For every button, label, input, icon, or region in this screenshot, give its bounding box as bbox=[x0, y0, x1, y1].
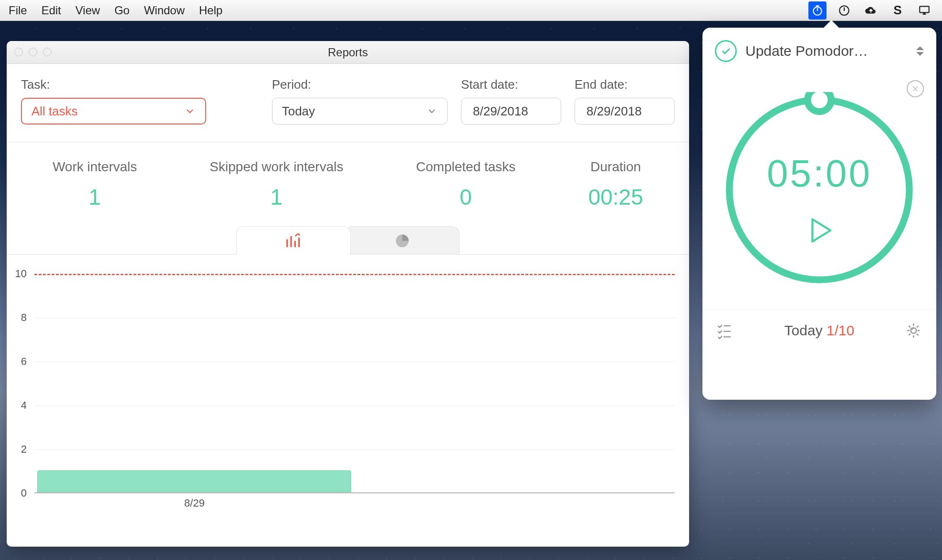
timer-popover: Update Pomodor… 05:00 Today 1/10 bbox=[702, 28, 936, 400]
reports-window: Reports Task: All tasks Period: Today St… bbox=[7, 41, 689, 547]
period-select-value: Today bbox=[282, 104, 315, 119]
stat-work-intervals: Work intervals 1 bbox=[52, 159, 137, 210]
menu-help[interactable]: Help bbox=[199, 4, 222, 17]
timer-area: 05:00 bbox=[702, 71, 936, 309]
stat-label: Completed tasks bbox=[416, 159, 516, 175]
chevron-down-icon bbox=[184, 105, 196, 117]
menu-window[interactable]: Window bbox=[144, 4, 185, 17]
stat-label: Duration bbox=[590, 159, 641, 175]
end-date-value: 8/29/2018 bbox=[586, 104, 642, 119]
titlebar: Reports bbox=[7, 41, 689, 64]
bar-chart: 0246810 8/29 bbox=[11, 274, 680, 512]
chart-tabs bbox=[7, 221, 689, 255]
stat-duration: Duration 00:25 bbox=[588, 159, 643, 210]
start-date-label: Start date: bbox=[461, 77, 561, 92]
svg-rect-2 bbox=[920, 6, 929, 12]
start-date-value: 8/29/2018 bbox=[473, 104, 528, 119]
window-title: Reports bbox=[328, 46, 368, 59]
bar-chart-tab[interactable] bbox=[236, 226, 351, 255]
x-tick-label: 8/29 bbox=[184, 497, 205, 509]
menu-edit[interactable]: Edit bbox=[42, 4, 61, 17]
sort-toggle-icon[interactable] bbox=[916, 46, 924, 56]
close-window-button[interactable] bbox=[14, 48, 23, 56]
y-tick-label: 2 bbox=[21, 443, 27, 456]
airplay-icon[interactable] bbox=[915, 1, 933, 20]
stat-value: 00:25 bbox=[588, 184, 643, 210]
today-ratio: 1/10 bbox=[827, 322, 854, 338]
svg-point-5 bbox=[807, 92, 831, 112]
popover-footer: Today 1/10 bbox=[702, 310, 936, 352]
menu-go[interactable]: Go bbox=[115, 4, 130, 17]
end-date-input[interactable]: 8/29/2018 bbox=[575, 98, 675, 124]
minimize-window-button[interactable] bbox=[29, 48, 37, 56]
y-tick-label: 8 bbox=[21, 311, 27, 324]
traffic-lights bbox=[14, 48, 52, 56]
menu-extra-icons: S bbox=[808, 1, 933, 20]
tasks-list-icon[interactable] bbox=[715, 321, 734, 340]
stat-value: 1 bbox=[89, 184, 101, 210]
today-label: Today bbox=[785, 322, 827, 338]
stat-label: Work intervals bbox=[52, 159, 137, 175]
filters-row: Task: All tasks Period: Today Start date… bbox=[7, 64, 689, 142]
pie-chart-icon bbox=[393, 231, 412, 250]
y-tick-label: 0 bbox=[21, 487, 27, 499]
y-tick-label: 6 bbox=[21, 355, 27, 368]
chart-bar bbox=[37, 470, 351, 492]
stats-row: Work intervals 1 Skipped work intervals … bbox=[7, 142, 689, 221]
s-icon[interactable]: S bbox=[889, 1, 907, 20]
start-date-input[interactable]: 8/29/2018 bbox=[461, 98, 561, 124]
close-icon[interactable] bbox=[907, 80, 924, 97]
timer-icon[interactable] bbox=[808, 1, 827, 20]
y-tick-label: 4 bbox=[21, 399, 27, 412]
bar-chart-icon bbox=[284, 231, 303, 250]
stat-skipped-intervals: Skipped work intervals 1 bbox=[209, 159, 343, 210]
y-tick-label: 10 bbox=[15, 268, 27, 280]
menu-view[interactable]: View bbox=[75, 4, 100, 17]
settings-gear-icon[interactable] bbox=[905, 321, 924, 340]
task-label: Task: bbox=[21, 77, 206, 92]
task-select[interactable]: All tasks bbox=[21, 98, 206, 124]
check-circle-icon[interactable] bbox=[715, 40, 737, 62]
period-label: Period: bbox=[272, 77, 448, 92]
task-select-value: All tasks bbox=[31, 104, 78, 119]
stat-value: 1 bbox=[271, 184, 283, 210]
play-button[interactable] bbox=[803, 214, 836, 247]
chevron-down-icon bbox=[426, 105, 438, 117]
popover-header: Update Pomodor… bbox=[702, 28, 936, 71]
end-date-label: End date: bbox=[575, 77, 675, 92]
timer-time: 05:00 bbox=[767, 152, 872, 196]
pie-chart-tab[interactable] bbox=[345, 226, 460, 255]
cloud-upload-icon[interactable] bbox=[862, 1, 880, 20]
today-progress: Today 1/10 bbox=[785, 322, 855, 339]
period-select[interactable]: Today bbox=[272, 98, 448, 124]
popover-task-title[interactable]: Update Pomodor… bbox=[745, 43, 908, 59]
stat-completed-tasks: Completed tasks 0 bbox=[416, 159, 516, 210]
menu-file[interactable]: File bbox=[9, 4, 27, 17]
stat-value: 0 bbox=[460, 184, 472, 210]
stat-label: Skipped work intervals bbox=[209, 159, 343, 175]
zoom-window-button[interactable] bbox=[43, 48, 52, 56]
power-icon[interactable] bbox=[835, 1, 853, 20]
menubar: File Edit View Go Window Help S bbox=[0, 0, 942, 21]
